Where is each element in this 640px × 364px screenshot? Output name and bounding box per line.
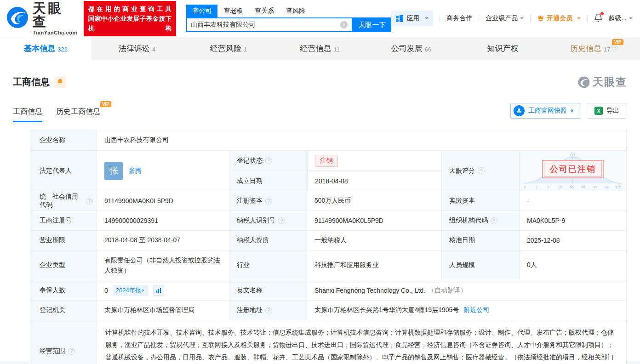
tab-operation-info[interactable]: 经营信息 11 bbox=[274, 37, 366, 60]
question-icon[interactable]: ? bbox=[265, 198, 272, 205]
search-tab-risk[interactable]: 查风险 bbox=[280, 5, 311, 17]
regcap-value: 500万人民币 bbox=[307, 191, 441, 210]
field-label: 天眼评分 ? bbox=[441, 151, 519, 191]
question-icon[interactable]: ? bbox=[86, 198, 93, 205]
svg-text:15: 15 bbox=[558, 185, 562, 189]
annual-report-badge[interactable]: 2024年报 bbox=[113, 285, 149, 296]
subtab-business-info[interactable]: 工商信息 bbox=[13, 107, 42, 122]
chevron-down-icon bbox=[577, 17, 581, 21]
english-name-cell: Shanxi Fengnong Technology Co., Ltd. （自动… bbox=[307, 280, 626, 300]
search-button[interactable]: 天眼一下 bbox=[353, 17, 391, 32]
field-label: 营业期限 bbox=[30, 231, 97, 250]
tianyancha-logo[interactable]: 天眼查 TianYanCha.com bbox=[6, 2, 77, 35]
vip-badge: VIP bbox=[612, 39, 623, 45]
super-vip-menu[interactable]: 超级... bbox=[608, 14, 633, 23]
field-label: 组织机构代码 ? bbox=[441, 211, 519, 230]
export-button[interactable]: X 导出 bbox=[587, 103, 627, 119]
search-tab-boss[interactable]: 查老板 bbox=[217, 5, 249, 17]
action-buttons: 工商官网快照 X 导出 bbox=[510, 103, 627, 122]
subtab-history-business-info[interactable]: VIP 历史工商信息 bbox=[56, 107, 100, 122]
tab-history-info[interactable]: VIP 历史信息 17 ? bbox=[549, 37, 640, 60]
question-icon[interactable]: ? bbox=[478, 167, 485, 174]
field-label: 登记机关 bbox=[30, 301, 97, 320]
field-label: 成立日期 bbox=[229, 171, 307, 191]
tab-company-development[interactable]: 公司发展 66 bbox=[366, 37, 457, 60]
monitor-bell-button[interactable] bbox=[54, 76, 66, 88]
watermark-logo-icon bbox=[578, 76, 590, 88]
field-label: 核准日期 bbox=[441, 231, 519, 250]
promo-line-2: 国家中小企业发展子基金旗下机构 bbox=[88, 14, 171, 33]
search-area: 查公司 查老板 查关系 查风险 ✕ 天眼一下 bbox=[186, 5, 391, 32]
tab-legal-litigation[interactable]: 法律诉讼 4 bbox=[91, 37, 183, 60]
taxid-value: 91149900MA0K0L5P9D bbox=[307, 211, 441, 230]
field-label: 登记状态 ? bbox=[229, 151, 307, 171]
english-name-value: Shanxi Fengnong Technology Co., Ltd. bbox=[314, 287, 425, 294]
business-cooperation-link[interactable]: 商务合作 bbox=[446, 14, 472, 23]
svg-text:3: 3 bbox=[547, 185, 549, 189]
approve-date-value: 2025-12-08 bbox=[519, 231, 626, 250]
nearby-companies-link[interactable]: 附近公司 bbox=[463, 306, 489, 314]
field-label: 统一社会信用代码 ? bbox=[30, 191, 97, 210]
field-label: 行业 bbox=[229, 250, 307, 280]
table-row-insured: 参保人数 0 2024年报 英文名称 Shanxi Fengnong Tech bbox=[30, 280, 626, 300]
arrow-right-icon bbox=[143, 289, 145, 292]
business-scope-value: 计算机软件的技术开发、技术咨询、技术服务、技术转让；信息系统集成服务；计算机技术… bbox=[97, 320, 626, 364]
question-icon[interactable]: ? bbox=[278, 217, 285, 224]
field-label: 注册资本 ? bbox=[229, 191, 307, 210]
field-label: 人员规模 bbox=[441, 250, 519, 280]
question-icon[interactable]: ? bbox=[491, 217, 497, 224]
arrow-right-icon bbox=[571, 109, 575, 113]
clear-search-icon[interactable]: ✕ bbox=[340, 21, 348, 28]
question-icon[interactable]: ? bbox=[265, 307, 272, 314]
top-bar: 天眼查 TianYanCha.com 都在用的商业查询工具 国家中小企业发展子基… bbox=[0, 0, 640, 37]
auto-translate-note: （自动翻译） bbox=[428, 286, 467, 295]
bell-icon bbox=[57, 79, 63, 85]
search-tab-relation[interactable]: 查关系 bbox=[249, 5, 280, 17]
field-label: 实缴资本 bbox=[441, 191, 519, 210]
apps-label: 应用 bbox=[406, 14, 419, 23]
question-icon[interactable]: ? bbox=[612, 46, 618, 51]
search-input[interactable] bbox=[187, 21, 340, 28]
apps-menu[interactable]: 应用 bbox=[391, 11, 433, 26]
table-row-credit-code: 统一社会信用代码 ? 91149900MA0K0L5P9D 注册资本 ? 500… bbox=[30, 191, 626, 210]
tab-basic-info[interactable]: 基本信息 322 bbox=[0, 37, 91, 60]
tianyancha-watermark: 天眼查 bbox=[578, 75, 627, 89]
field-label: 参保人数 bbox=[30, 280, 97, 300]
field-label: 纳税人资质 bbox=[229, 231, 307, 250]
legal-rep-link[interactable]: 张腾 bbox=[128, 167, 141, 175]
svg-text:85: 85 bbox=[582, 185, 585, 189]
company-name-value: 山西丰农科技有限公司 bbox=[97, 130, 626, 150]
apps-grid-icon bbox=[396, 15, 403, 22]
official-snapshot-button[interactable]: 工商官网快照 bbox=[510, 103, 581, 119]
question-icon[interactable]: ? bbox=[265, 157, 272, 164]
tab-operation-risk[interactable]: 经营风险 1 bbox=[183, 37, 274, 60]
staff-value: 0人 bbox=[519, 250, 626, 280]
tianyancha-logo-icon bbox=[6, 6, 29, 30]
stamp-icon bbox=[514, 105, 525, 116]
status-date-stack: 登记状态 ? 注销 成立日期 2018-04-08 bbox=[229, 151, 441, 191]
insured-cell: 0 2024年报 bbox=[97, 280, 229, 300]
company-type-value: 有限责任公司（非自然人投资或控股的法人独资） bbox=[97, 250, 229, 280]
open-vip-menu[interactable]: 开通会员 bbox=[537, 14, 581, 23]
trend-chart-button[interactable] bbox=[153, 285, 164, 296]
field-label: 法定代表人 bbox=[30, 151, 97, 191]
notifications-bell[interactable] bbox=[594, 13, 603, 24]
industry-value: 科技推广和应用服务业 bbox=[307, 250, 441, 280]
tab-intellectual-property[interactable]: 知识产权 bbox=[457, 37, 549, 60]
avatar[interactable]: 张 bbox=[104, 162, 123, 180]
crown-icon bbox=[537, 15, 544, 22]
term-value: 2018-04-08 至 2038-04-07 bbox=[97, 231, 229, 250]
question-icon[interactable]: ? bbox=[68, 348, 75, 355]
enterprise-products-menu[interactable]: 企业级产品 bbox=[486, 14, 524, 23]
search-tab-company[interactable]: 查公司 bbox=[186, 5, 217, 17]
reg-status-cell: 注销 bbox=[307, 151, 441, 171]
svg-text:0: 0 bbox=[524, 185, 526, 189]
establish-date-value: 2018-04-08 bbox=[307, 171, 441, 191]
field-label: 注册地址 ? bbox=[229, 301, 307, 320]
company-nav-tabs: 基本信息 322 法律诉讼 4 经营风险 1 经营信息 11 公司发展 66 知… bbox=[0, 37, 640, 60]
table-row-authority: 登记机关 太原市万柏林区市场监督管理局 注册地址 ? 太原市万柏林区长兴路1号华… bbox=[30, 300, 626, 320]
field-label: 纳税人识别号 ? bbox=[229, 211, 307, 230]
field-label: 英文名称 bbox=[229, 280, 307, 300]
section-title: 工商信息 bbox=[13, 76, 50, 88]
address-value: 太原市万柏林区长兴路1号华润大厦4幢19层1905号 bbox=[314, 306, 459, 314]
